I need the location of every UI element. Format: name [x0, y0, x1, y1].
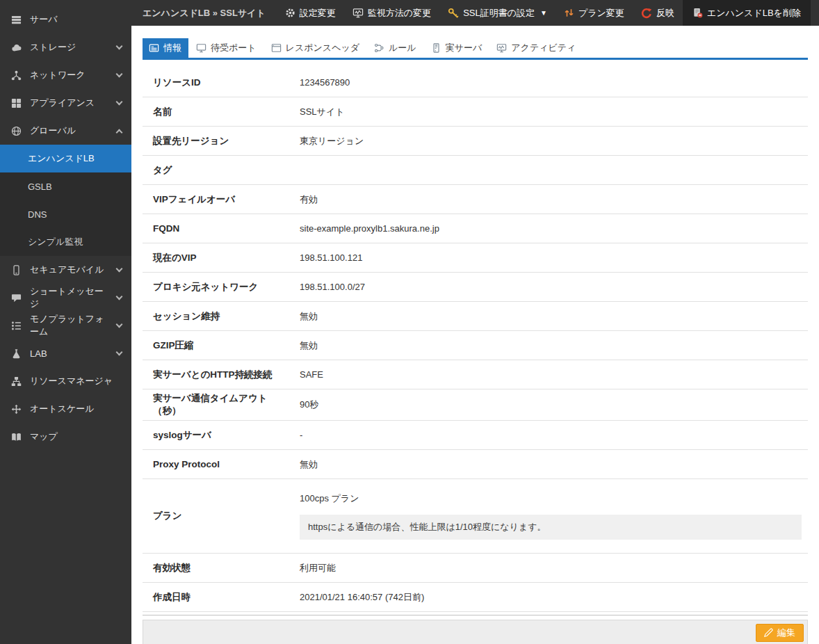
- sidebar-item-dns[interactable]: DNS: [0, 200, 131, 228]
- sidebar-item-lab[interactable]: LAB: [0, 339, 131, 367]
- sidebar-item-short-message[interactable]: ショートメッセージ: [0, 284, 131, 312]
- pencil-icon: [764, 628, 773, 637]
- row-label: 有効状態: [143, 559, 300, 577]
- row-value: 利用可能: [300, 559, 808, 577]
- network-icon: [10, 70, 22, 81]
- ssl-cert-settings-button[interactable]: SSL証明書の設定 ▼: [439, 0, 556, 26]
- table-row-http-keepalive: 実サーバとのHTTP持続接続 SAFE: [143, 360, 808, 389]
- sidebar-item-label: セキュアモバイル: [30, 264, 104, 276]
- sidebar-item-label: ショートメッセージ: [30, 285, 109, 310]
- row-value: 2021/01/21 16:40:57 (742日前): [300, 588, 808, 606]
- flow-icon: [374, 43, 384, 53]
- row-label: GZIP圧縮: [143, 337, 300, 355]
- sidebar-item-network[interactable]: ネットワーク: [0, 61, 131, 89]
- sidebar-item-appliance[interactable]: アプライアンス: [0, 89, 131, 117]
- row-label: syslogサーバ: [143, 426, 300, 444]
- button-label: エンハンスドLBを削除: [707, 7, 801, 19]
- monitoring-change-button[interactable]: 監視方法の変更: [344, 0, 439, 26]
- row-label: VIPフェイルオーバ: [143, 191, 300, 209]
- plan-change-button[interactable]: プラン変更: [556, 0, 633, 26]
- main-area: エンハンスドLB » SSLサイト 設定変更 監視方法の変更 SSL証明書の設定…: [131, 0, 819, 644]
- settings-change-button[interactable]: 設定変更: [277, 0, 344, 26]
- sidebar-item-label: グローバル: [30, 124, 76, 137]
- sidebar-item-enhanced-lb[interactable]: エンハンスドLB: [0, 145, 131, 172]
- sidebar-item-server[interactable]: サーバ: [0, 6, 131, 33]
- row-label: プラン: [143, 507, 300, 525]
- tab-real-server[interactable]: 実サーバ: [425, 38, 489, 58]
- sidebar-item-label: オートスケール: [30, 403, 95, 415]
- mobile-icon: [10, 265, 22, 275]
- table-row-plan: プラン 100cps プラン httpsによる通信の場合、性能上限は1/10程度…: [143, 479, 808, 554]
- chevron-down-icon: [116, 265, 123, 272]
- globe-icon: [10, 126, 22, 136]
- sidebar-global-submenu: エンハンスドLB GSLB DNS シンプル監視: [0, 145, 131, 256]
- table-row-current-vip: 現在のVIP 198.51.100.121: [143, 243, 808, 273]
- row-label: 設置先リージョン: [143, 132, 300, 150]
- row-value: [300, 168, 808, 173]
- row-value: 198.51.100.0/27: [300, 279, 808, 295]
- refresh-icon: [641, 8, 652, 19]
- button-label: 編集: [777, 627, 795, 639]
- row-label: FQDN: [143, 220, 300, 236]
- row-label: 現在のVIP: [143, 249, 300, 267]
- tab-info[interactable]: 情報: [143, 38, 188, 58]
- row-value: 100cps プラン httpsによる通信の場合、性能上限は1/10程度になりま…: [300, 490, 808, 542]
- flask-icon: [10, 348, 22, 359]
- table-row-proxy-protocol: Proxy Protocol 無効: [143, 450, 808, 479]
- sidebar-item-label: ストレージ: [30, 41, 76, 54]
- row-label: プロキシ元ネットワーク: [143, 278, 300, 296]
- apply-button[interactable]: 反映: [633, 0, 683, 26]
- table-row-timeout: 実サーバ通信タイムアウト（秒） 90秒: [143, 389, 808, 421]
- window-icon: [271, 43, 282, 53]
- sidebar-item-storage[interactable]: ストレージ: [0, 33, 131, 61]
- row-value: SAFE: [300, 367, 808, 383]
- info-table: リソースID 1234567890 名前 SSLサイト 設置先リージョン 東京リ…: [143, 68, 808, 615]
- button-label: SSL証明書の設定: [463, 7, 535, 19]
- button-label: 反映: [656, 7, 674, 19]
- sidebar-item-autoscale[interactable]: オートスケール: [0, 395, 131, 423]
- monitor-icon: [352, 8, 364, 18]
- edit-button[interactable]: 編集: [756, 624, 804, 642]
- sidebar-item-gslb[interactable]: GSLB: [0, 172, 131, 200]
- row-value: 東京リージョン: [300, 132, 808, 150]
- tab-response-header[interactable]: レスポンスヘッダ: [265, 38, 366, 58]
- row-value: 有効: [300, 191, 808, 209]
- sidebar-item-label: モノプラットフォーム: [30, 313, 109, 338]
- activity-chart-icon: [496, 43, 507, 53]
- sidebar-item-simple-monitoring[interactable]: シンプル監視: [0, 228, 131, 256]
- sidebar-item-global[interactable]: グローバル: [0, 117, 131, 145]
- sidebar-item-label: マップ: [30, 430, 58, 443]
- row-label: Proxy Protocol: [143, 456, 300, 472]
- tab-listen-port[interactable]: 待受ポート: [190, 38, 263, 58]
- tab-activity[interactable]: アクティビティ: [490, 38, 583, 58]
- sidebar-item-label: エンハンスドLB: [28, 152, 95, 165]
- row-label: 実サーバとのHTTP持続接続: [143, 366, 300, 384]
- sidebar-item-label: GSLB: [28, 182, 52, 192]
- row-label: 作成日時: [143, 588, 300, 606]
- table-row-session-persistence: セッション維持 無効: [143, 302, 808, 331]
- sidebar-item-label: リソースマネージャ: [30, 375, 113, 387]
- table-row-tags: タグ: [143, 156, 808, 185]
- app-window: サーバ ストレージ ネットワーク アプライアンス グローバル エンハンスドLB: [0, 0, 819, 644]
- delete-lb-icon: [692, 8, 703, 18]
- tab-rules[interactable]: ルール: [368, 38, 423, 58]
- sidebar-item-label: シンプル監視: [28, 236, 83, 248]
- row-label: 名前: [143, 103, 300, 121]
- breadcrumb: エンハンスドLB » SSLサイト: [131, 7, 277, 19]
- chevron-down-icon: [116, 321, 123, 328]
- sidebar-item-map[interactable]: マップ: [0, 423, 131, 451]
- topbar: エンハンスドLB » SSLサイト 設定変更 監視方法の変更 SSL証明書の設定…: [131, 0, 819, 26]
- row-value: site-example.proxylb1.sakura.ne.jp: [300, 220, 808, 236]
- delete-enhanced-lb-button[interactable]: エンハンスドLBを削除: [683, 0, 811, 26]
- sidebar-item-resource-manager[interactable]: リソースマネージャ: [0, 367, 131, 395]
- sidebar-item-secure-mobile[interactable]: セキュアモバイル: [0, 256, 131, 284]
- sidebar-item-label: サーバ: [30, 13, 58, 26]
- server-icon: [10, 15, 22, 25]
- plan-note: httpsによる通信の場合、性能上限は1/10程度になります。: [300, 515, 802, 540]
- button-label: 監視方法の変更: [368, 7, 431, 19]
- table-row-syslog: syslogサーバ -: [143, 421, 808, 450]
- table-row-proxy-network: プロキシ元ネットワーク 198.51.100.0/27: [143, 273, 808, 302]
- sidebar-item-mono-platform[interactable]: モノプラットフォーム: [0, 312, 131, 339]
- sidebar-item-label: LAB: [30, 348, 47, 359]
- tab-label: 情報: [163, 42, 181, 54]
